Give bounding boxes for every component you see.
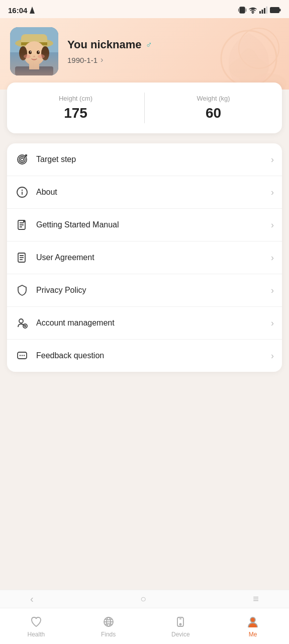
device-nav-icon <box>173 615 187 629</box>
menu-item-feedback[interactable]: Feedback question › <box>7 340 282 372</box>
profile-name: You nickname <box>67 38 142 51</box>
menu-label-getting-started: Getting Started Manual <box>36 220 264 229</box>
user-agreement-icon <box>15 251 29 265</box>
account-management-icon <box>15 316 29 330</box>
profile-dob[interactable]: 1990-1-1 › <box>67 55 279 64</box>
menu-label-account-management: Account management <box>36 318 264 328</box>
height-value: 175 <box>12 105 139 121</box>
menu-item-account-management[interactable]: Account management › <box>7 307 282 340</box>
profile-content: You nickname ♂ 1990-1-1 › <box>10 27 279 75</box>
menu-item-target-step[interactable]: Target step › <box>7 143 282 176</box>
weight-stat[interactable]: Weight (kg) 60 <box>144 93 282 123</box>
dob-chevron: › <box>101 55 103 64</box>
home-gesture[interactable]: ○ <box>140 593 146 605</box>
nav-item-health[interactable]: Health <box>0 608 72 644</box>
menu-item-about[interactable]: About › <box>7 176 282 209</box>
svg-point-22 <box>19 46 27 60</box>
about-icon <box>15 185 29 199</box>
me-nav-icon <box>246 615 260 629</box>
profile-section: You nickname ♂ 1990-1-1 › <box>0 18 289 90</box>
status-bar: 16:04 <box>0 0 289 18</box>
menu-label-feedback: Feedback question <box>36 351 264 360</box>
svg-rect-8 <box>266 7 268 14</box>
svg-point-60 <box>180 623 181 625</box>
nav-item-finds[interactable]: Finds <box>72 608 145 644</box>
weight-value: 60 <box>150 105 277 121</box>
menu-chevron-privacy-policy: › <box>271 285 274 296</box>
svg-point-34 <box>19 156 25 163</box>
stats-card: Height (cm) 175 Weight (kg) 60 <box>7 83 282 133</box>
me-nav-label: Me <box>249 631 257 638</box>
menu-section: Target step › About › Getting Start <box>7 143 282 372</box>
svg-point-21 <box>23 41 45 65</box>
svg-point-24 <box>24 54 31 58</box>
svg-rect-31 <box>15 66 53 75</box>
svg-point-29 <box>38 51 39 52</box>
gesture-bar: ‹ ○ ≡ <box>0 590 289 608</box>
feedback-icon <box>15 349 29 363</box>
menu-chevron-about: › <box>271 187 274 198</box>
privacy-policy-icon <box>15 283 29 297</box>
menu-label-user-agreement: User Agreement <box>36 253 264 262</box>
menu-gesture[interactable]: ≡ <box>253 593 259 605</box>
nav-item-device[interactable]: Device <box>145 608 217 644</box>
svg-point-28 <box>30 51 31 52</box>
svg-rect-6 <box>262 10 263 14</box>
weight-label: Weight (kg) <box>150 95 277 102</box>
svg-rect-11 <box>271 8 278 12</box>
menu-item-getting-started[interactable]: Getting Started Manual › <box>7 209 282 242</box>
profile-name-row: You nickname ♂ <box>67 38 279 51</box>
menu-label-about: About <box>36 188 264 197</box>
bottom-nav: Health Finds Device <box>0 608 289 644</box>
avatar <box>10 27 58 75</box>
menu-item-user-agreement[interactable]: User Agreement › <box>7 242 282 274</box>
svg-marker-0 <box>30 7 35 14</box>
getting-started-icon <box>15 218 29 232</box>
menu-chevron-getting-started: › <box>271 220 274 230</box>
height-label: Height (cm) <box>12 95 139 102</box>
svg-rect-7 <box>264 8 265 14</box>
health-nav-icon <box>29 615 43 629</box>
svg-point-55 <box>24 355 25 356</box>
menu-item-privacy-policy[interactable]: Privacy Policy › <box>7 274 282 307</box>
svg-point-25 <box>38 54 45 58</box>
finds-nav-label: Finds <box>101 631 116 638</box>
svg-rect-1 <box>240 7 245 13</box>
svg-point-35 <box>21 158 24 161</box>
finds-nav-icon <box>102 615 116 629</box>
svg-point-23 <box>41 46 49 60</box>
profile-info: You nickname ♂ 1990-1-1 › <box>67 38 279 64</box>
menu-label-privacy-policy: Privacy Policy <box>36 286 264 295</box>
svg-point-27 <box>37 51 40 54</box>
menu-chevron-target-step: › <box>271 154 274 165</box>
svg-point-62 <box>250 617 255 622</box>
svg-rect-32 <box>29 63 39 69</box>
status-icons <box>238 7 281 14</box>
svg-point-54 <box>22 355 23 356</box>
svg-rect-10 <box>279 9 281 12</box>
menu-chevron-feedback: › <box>271 351 274 361</box>
gender-icon: ♂ <box>146 40 153 50</box>
back-gesture[interactable]: ‹ <box>30 593 34 605</box>
target-step-icon <box>15 152 29 167</box>
svg-point-26 <box>29 51 32 54</box>
nav-item-me[interactable]: Me <box>217 608 289 644</box>
menu-chevron-user-agreement: › <box>271 253 274 263</box>
health-nav-label: Health <box>28 631 45 638</box>
svg-point-53 <box>20 355 21 356</box>
svg-point-4 <box>252 13 253 14</box>
menu-label-target-step: Target step <box>36 155 264 164</box>
svg-point-30 <box>33 56 35 57</box>
svg-point-48 <box>19 319 23 323</box>
svg-rect-5 <box>259 11 261 14</box>
menu-chevron-account-management: › <box>271 318 274 329</box>
status-time: 16:04 <box>8 6 35 15</box>
device-nav-label: Device <box>171 631 190 638</box>
height-stat[interactable]: Height (cm) 175 <box>7 93 144 123</box>
